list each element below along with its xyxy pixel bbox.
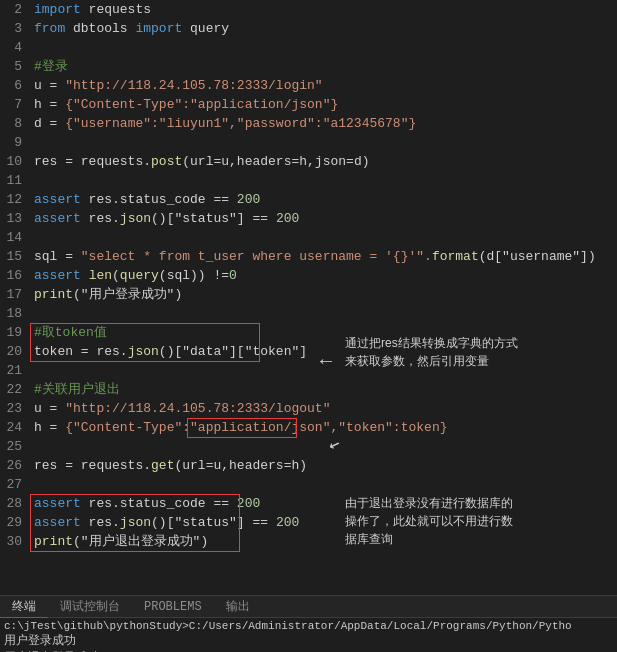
line-number: 15 <box>0 247 22 266</box>
line-number: 26 <box>0 456 22 475</box>
code-line: assert res.json()["status"] == 200 <box>34 209 617 228</box>
line-number: 27 <box>0 475 22 494</box>
code-line: print("用户登录成功") <box>34 285 617 304</box>
terminal-path: c:\jTest\github\pythonStudy>C:/Users/Adm… <box>4 620 613 632</box>
code-line <box>34 475 617 494</box>
line-number: 29 <box>0 513 22 532</box>
code-line: #登录 <box>34 57 617 76</box>
code-line: d = {"username":"liuyun1","password":"a1… <box>34 114 617 133</box>
code-line: import requests <box>34 0 617 19</box>
line-numbers: 2345678910111213141516171819202122232425… <box>0 0 30 595</box>
line-number: 28 <box>0 494 22 513</box>
line-number: 30 <box>0 532 22 551</box>
code-line: res = requests.get(url=u,headers=h) <box>34 456 617 475</box>
line-number: 2 <box>0 0 22 19</box>
line-number: 19 <box>0 323 22 342</box>
terminal-area: 终端 调试控制台 PROBLEMS 输出 c:\jTest\github\pyt… <box>0 595 617 652</box>
line-number: 25 <box>0 437 22 456</box>
arrow-1: ← <box>320 350 332 373</box>
line-number: 7 <box>0 95 22 114</box>
annotation-token: 通过把res结果转换成字典的方式来获取参数，然后引用变量 <box>345 334 585 370</box>
code-line <box>34 38 617 57</box>
code-line: u = "http://118.24.105.78:2333/login" <box>34 76 617 95</box>
code-line: #关联用户退出 <box>34 380 617 399</box>
line-number: 24 <box>0 418 22 437</box>
code-line <box>34 171 617 190</box>
line-number: 20 <box>0 342 22 361</box>
line-number: 9 <box>0 133 22 152</box>
code-line: assert len(query(sql)) !=0 <box>34 266 617 285</box>
line-number: 4 <box>0 38 22 57</box>
code-line: u = "http://118.24.105.78:2333/logout" <box>34 399 617 418</box>
line-number: 3 <box>0 19 22 38</box>
tab-problems[interactable]: PROBLEMS <box>132 596 214 618</box>
line-number: 21 <box>0 361 22 380</box>
line-number: 11 <box>0 171 22 190</box>
code-line: h = {"Content-Type":"application/json","… <box>34 418 617 437</box>
line-number: 16 <box>0 266 22 285</box>
tab-output[interactable]: 输出 <box>214 596 262 618</box>
tab-debug-console[interactable]: 调试控制台 <box>48 596 132 618</box>
line-number: 17 <box>0 285 22 304</box>
line-number: 14 <box>0 228 22 247</box>
line-number: 23 <box>0 399 22 418</box>
code-line <box>34 133 617 152</box>
line-number: 6 <box>0 76 22 95</box>
line-number: 5 <box>0 57 22 76</box>
annotation-logout: 由于退出登录没有进行数据库的操作了，此处就可以不用进行数据库查询 <box>345 494 585 548</box>
code-line <box>34 437 617 456</box>
terminal-content: c:\jTest\github\pythonStudy>C:/Users/Adm… <box>0 618 617 652</box>
line-number: 18 <box>0 304 22 323</box>
line-number: 22 <box>0 380 22 399</box>
code-line: from dbtools import query <box>34 19 617 38</box>
line-number: 12 <box>0 190 22 209</box>
code-line: res = requests.post(url=u,headers=h,json… <box>34 152 617 171</box>
code-line: sql = "select * from t_user where userna… <box>34 247 617 266</box>
line-number: 13 <box>0 209 22 228</box>
code-line <box>34 228 617 247</box>
line-number: 10 <box>0 152 22 171</box>
editor-area: 2345678910111213141516171819202122232425… <box>0 0 617 595</box>
tab-terminal[interactable]: 终端 <box>0 596 48 618</box>
code-line: h = {"Content-Type":"application/json"} <box>34 95 617 114</box>
terminal-tabs: 终端 调试控制台 PROBLEMS 输出 <box>0 596 617 618</box>
code-line <box>34 304 617 323</box>
line-number: 8 <box>0 114 22 133</box>
code-line: assert res.status_code == 200 <box>34 190 617 209</box>
terminal-output-line-1: 用户登录成功 <box>4 632 613 649</box>
